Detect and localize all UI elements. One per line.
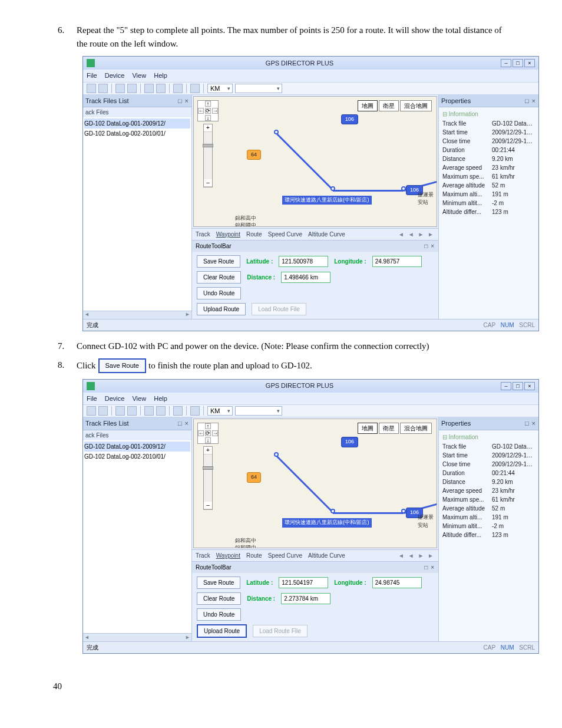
tab-waypoint[interactable]: Waypoint bbox=[216, 551, 240, 560]
longitude-field[interactable]: 24.98745 bbox=[372, 577, 422, 588]
latitude-field[interactable]: 121.504197 bbox=[279, 577, 328, 588]
secondary-select[interactable] bbox=[235, 84, 282, 93]
zoom-in-icon[interactable]: + bbox=[204, 124, 212, 132]
tab-altitude-curve[interactable]: Altitude Curve bbox=[308, 230, 345, 239]
tab-route[interactable]: Route bbox=[246, 230, 262, 239]
map-pan-control[interactable]: ↑ ← ⟳ → ↓ bbox=[197, 423, 219, 444]
menu-help[interactable]: Help bbox=[154, 395, 167, 402]
pan-left-icon[interactable]: ← bbox=[198, 108, 204, 114]
secondary-select[interactable] bbox=[235, 406, 282, 416]
map-type-satellite[interactable]: 衛星 bbox=[379, 100, 399, 111]
route-node[interactable] bbox=[330, 509, 335, 513]
maximize-button[interactable]: □ bbox=[513, 59, 523, 67]
zoom-in-icon[interactable]: + bbox=[204, 447, 212, 454]
distance-field[interactable]: 2.273784 km bbox=[281, 593, 330, 604]
longitude-field[interactable]: 24.98757 bbox=[372, 256, 422, 267]
upload-route-button[interactable]: Upload Route bbox=[197, 624, 247, 638]
pan-up-icon[interactable]: ↑ bbox=[205, 423, 211, 429]
minimize-button[interactable]: – bbox=[501, 382, 511, 390]
tab-nav-arrows[interactable]: ◄ ◄ ► ► bbox=[398, 230, 435, 239]
list-item[interactable]: GD-102 DataLog-001-2009/12/ bbox=[84, 118, 190, 129]
load-route-file-button[interactable]: Load Route File bbox=[253, 625, 308, 637]
toolbar-save-icon[interactable] bbox=[98, 406, 108, 416]
pan-down-icon[interactable]: ↓ bbox=[205, 115, 211, 121]
list-item[interactable]: GD-102 DataLog-001-2009/12/ bbox=[84, 442, 190, 452]
tab-route[interactable]: Route bbox=[246, 551, 262, 560]
zoom-handle[interactable] bbox=[203, 466, 213, 470]
zoom-out-icon[interactable]: – bbox=[204, 502, 212, 509]
pan-right-icon[interactable]: → bbox=[212, 108, 218, 114]
clear-route-button[interactable]: Clear Route bbox=[197, 271, 241, 284]
close-button[interactable]: × bbox=[524, 59, 535, 67]
map-pan-control[interactable]: ↑ ← ⟳ → ↓ bbox=[197, 100, 219, 121]
unit-select[interactable]: KM bbox=[207, 406, 233, 416]
panel-pin-close[interactable]: □ × bbox=[525, 419, 536, 429]
map-type-hybrid[interactable]: 混合地圖 bbox=[400, 100, 432, 111]
distance-field[interactable]: 1.498466 km bbox=[281, 272, 330, 283]
toolbar-receive-icon[interactable] bbox=[156, 406, 166, 416]
minimize-button[interactable]: – bbox=[501, 59, 511, 67]
toolbar-open-icon[interactable] bbox=[87, 84, 96, 93]
pan-center-icon[interactable]: ⟳ bbox=[205, 430, 211, 436]
close-button[interactable]: × bbox=[524, 382, 535, 390]
menu-device[interactable]: Device bbox=[105, 395, 125, 402]
tab-nav-arrows[interactable]: ◄ ◄ ► ► bbox=[398, 551, 435, 560]
list-item[interactable]: GD-102 DataLog-002-2010/01/ bbox=[84, 452, 190, 462]
map-zoom-control[interactable]: + – bbox=[203, 446, 213, 510]
toolbar-download-icon[interactable] bbox=[115, 406, 125, 416]
save-route-inline-button[interactable]: Save Route bbox=[98, 358, 146, 373]
route-node[interactable] bbox=[274, 130, 279, 134]
map-zoom-control[interactable]: + – bbox=[203, 124, 213, 187]
pan-up-icon[interactable]: ↑ bbox=[205, 101, 211, 107]
map-type-map[interactable]: 地圖 bbox=[358, 100, 378, 111]
pan-down-icon[interactable]: ↓ bbox=[205, 437, 211, 443]
map-canvas[interactable]: ↑ ← ⟳ → ↓ + – 地圖 bbox=[193, 96, 437, 227]
load-route-file-button[interactable]: Load Route File bbox=[252, 303, 306, 315]
route-node[interactable] bbox=[401, 186, 406, 191]
latitude-field[interactable]: 121.500978 bbox=[279, 256, 328, 267]
h-scrollbar[interactable]: ◄► bbox=[83, 633, 191, 641]
list-item[interactable]: GD-102 DataLog-002-2010/01/ bbox=[84, 129, 190, 139]
pan-right-icon[interactable]: → bbox=[212, 430, 218, 436]
panel-pin-close[interactable]: □ × bbox=[178, 419, 189, 429]
route-node[interactable] bbox=[274, 452, 279, 457]
toolbar-globe-icon[interactable] bbox=[173, 406, 183, 416]
toolbar-globe-icon[interactable] bbox=[173, 84, 183, 93]
track-files-list[interactable]: GD-102 DataLog-001-2009/12/ GD-102 DataL… bbox=[83, 440, 191, 634]
route-node[interactable] bbox=[401, 509, 406, 513]
panel-pin-close[interactable]: □ × bbox=[178, 96, 189, 106]
undo-route-button[interactable]: Undo Route bbox=[197, 608, 241, 621]
menu-view[interactable]: View bbox=[132, 395, 146, 402]
save-route-button[interactable]: Save Route bbox=[197, 255, 240, 268]
undo-route-button[interactable]: Undo Route bbox=[197, 287, 241, 299]
save-route-button[interactable]: Save Route bbox=[197, 577, 240, 589]
toolbar-help-icon[interactable] bbox=[190, 84, 200, 93]
tab-waypoint[interactable]: Waypoint bbox=[216, 230, 240, 239]
tab-altitude-curve[interactable]: Altitude Curve bbox=[308, 551, 345, 560]
toolbar-sync-icon[interactable] bbox=[127, 406, 137, 416]
menu-help[interactable]: Help bbox=[154, 72, 167, 79]
menu-device[interactable]: Device bbox=[105, 72, 125, 79]
maximize-button[interactable]: □ bbox=[513, 382, 523, 390]
map-type-hybrid[interactable]: 混合地圖 bbox=[400, 423, 432, 434]
zoom-handle[interactable] bbox=[203, 144, 213, 147]
map-type-satellite[interactable]: 衛星 bbox=[379, 423, 399, 434]
toolbar-sync-icon[interactable] bbox=[127, 84, 137, 93]
toolbar-send-icon[interactable] bbox=[144, 84, 154, 93]
pan-left-icon[interactable]: ← bbox=[198, 430, 204, 436]
toolbar-send-icon[interactable] bbox=[144, 406, 154, 416]
menu-file[interactable]: File bbox=[87, 72, 97, 79]
toolbar-save-icon[interactable] bbox=[98, 84, 108, 93]
panel-pin-close[interactable]: □ × bbox=[424, 563, 435, 572]
tab-track[interactable]: Track bbox=[196, 230, 210, 239]
panel-pin-close[interactable]: □ × bbox=[525, 96, 536, 106]
pan-center-icon[interactable]: ⟳ bbox=[205, 108, 211, 114]
route-node[interactable] bbox=[330, 186, 335, 191]
toolbar-receive-icon[interactable] bbox=[156, 84, 166, 93]
menu-file[interactable]: File bbox=[87, 395, 97, 402]
track-files-list[interactable]: GD-102 DataLog-001-2009/12/ GD-102 DataL… bbox=[83, 117, 191, 311]
menu-view[interactable]: View bbox=[132, 72, 146, 79]
h-scrollbar[interactable]: ◄► bbox=[83, 311, 191, 319]
clear-route-button[interactable]: Clear Route bbox=[197, 592, 241, 605]
toolbar-download-icon[interactable] bbox=[115, 84, 125, 93]
